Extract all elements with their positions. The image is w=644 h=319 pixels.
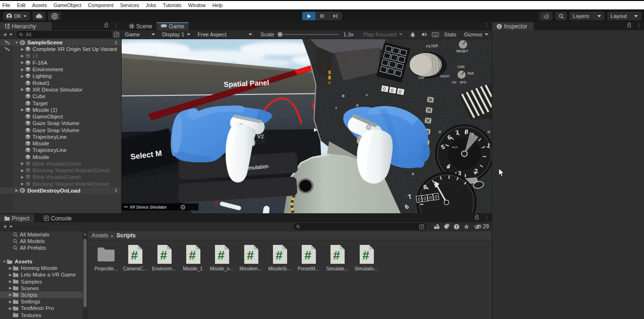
hierarchy-item[interactable]: ▶Blink Visuals(Clone) [0, 174, 121, 180]
project-search-picker-icon[interactable] [419, 224, 424, 229]
hierarchy-item[interactable]: ▶Blocking Teleport Reticle(Clone) [0, 167, 121, 174]
expand-arrow-icon[interactable]: ▶ [20, 87, 25, 92]
asset-item[interactable]: # Simulate... [323, 244, 351, 271]
hierarchy-item[interactable]: ▶Blocking Teleport Reticle(Clone) [0, 181, 121, 187]
warnings-icon[interactable] [454, 224, 460, 230]
project-tree-item[interactable]: ▶ Scripts [0, 292, 83, 298]
scene-pick-icon[interactable] [4, 46, 10, 53]
expand-arrow-icon[interactable]: ▶ [20, 74, 25, 78]
project-tree-item[interactable]: ▶ Lets Make a VR Game [0, 271, 83, 278]
menu-jobs[interactable]: Jobs [142, 1, 159, 9]
search-picker-icon[interactable] [114, 32, 119, 37]
hierarchy-item[interactable]: ▶DontDestroyOnLoad⋮ [0, 187, 121, 194]
project-tree-item[interactable]: All Models [0, 238, 83, 244]
debug-bug-icon[interactable] [410, 32, 416, 38]
project-tree-item[interactable]: ▶ TextMesh Pro [0, 305, 83, 311]
expand-arrow-icon[interactable]: ▶ [8, 279, 13, 284]
asset-item[interactable]: # PresetM... [295, 244, 322, 271]
hierarchy-add-button[interactable]: + [3, 31, 7, 38]
menu-assets[interactable]: Assets [29, 1, 50, 9]
hierarchy-item[interactable]: ▼SampleScene⋮ [0, 39, 121, 46]
menu-edit[interactable]: Edit [14, 1, 29, 9]
project-tree-item[interactable]: ▼ Assets [0, 258, 83, 265]
expand-arrow-icon[interactable]: ▶ [14, 188, 19, 193]
hierarchy-item[interactable]: Roket1 [0, 80, 121, 86]
project-tree-item[interactable]: ▶ Scenes [0, 285, 83, 292]
expand-arrow-icon[interactable]: ▶ [8, 266, 13, 270]
expand-arrow-icon[interactable]: ▶ [20, 60, 25, 65]
expand-arrow-icon[interactable]: ▶ [20, 175, 25, 179]
inspector-lock-icon[interactable] [627, 23, 632, 28]
display-dropdown[interactable]: Display 1 [159, 30, 194, 39]
hierarchy-item[interactable]: ▶Missile (1) [0, 107, 121, 113]
project-tree-item[interactable]: All Prefabs [0, 244, 83, 251]
project-tree-item[interactable]: All Materials [0, 231, 83, 238]
expand-arrow-icon[interactable]: ▼ [14, 41, 19, 45]
asset-item[interactable]: # MissileSi... [266, 244, 293, 271]
scale-slider[interactable] [277, 32, 340, 37]
item-menu-icon[interactable]: ⋮ [114, 188, 118, 193]
lock-icon[interactable] [104, 23, 109, 28]
step-button[interactable] [329, 12, 342, 20]
expand-arrow-icon[interactable]: ▶ [20, 182, 25, 186]
expand-arrow-icon[interactable]: ▶ [20, 47, 25, 51]
hierarchy-item[interactable]: Missile [0, 140, 121, 147]
hierarchy-item[interactable]: Gaze Snap Volume [0, 120, 121, 126]
vsync-keyboard-icon[interactable] [432, 32, 439, 37]
menu-tutorials[interactable]: Tutorials [159, 1, 185, 9]
tab-scene[interactable]: Scene [125, 22, 157, 30]
hierarchy-search-input[interactable]: All [17, 31, 112, 38]
project-tree-item[interactable]: ▶ Settings [0, 298, 83, 305]
menu-services[interactable]: Services [117, 1, 142, 9]
asset-item[interactable]: # Missilem... [237, 244, 264, 271]
layers-dropdown[interactable]: Layers [570, 12, 604, 20]
expand-arrow-icon[interactable]: ▶ [8, 306, 13, 311]
project-tree-scrollbar[interactable]: ▲ [83, 231, 87, 319]
asset-item[interactable]: # CameraC... [121, 244, 149, 271]
menu-help[interactable]: Help [209, 1, 226, 9]
hierarchy-item[interactable]: GameObject [0, 113, 121, 120]
expand-arrow-icon[interactable]: ▶ [8, 293, 13, 297]
hierarchy-item[interactable]: ▶F-16A [0, 59, 121, 66]
expand-arrow-icon[interactable]: ▼ [2, 260, 7, 264]
services-button[interactable] [48, 12, 61, 20]
hierarchy-item[interactable]: ▶Environment [0, 66, 121, 73]
asset-item[interactable]: # Missile_n... [208, 244, 235, 271]
breadcrumb-current[interactable]: Scripts [116, 232, 136, 239]
project-search-input[interactable] [294, 223, 427, 230]
xr-simulator-bar[interactable]: XR Device Simulator [122, 203, 198, 210]
undo-history-button[interactable] [539, 12, 553, 20]
game-viewport[interactable]: Spatial Panel [122, 39, 492, 213]
asset-item[interactable]: # Environm... [150, 244, 178, 271]
hierarchy-item[interactable]: ▶UI [0, 53, 121, 59]
project-lock-icon[interactable] [475, 215, 479, 220]
project-add-caret-icon[interactable] [9, 226, 12, 227]
hierarchy-item[interactable]: ▶Complete XR Origin Set Up Variant [0, 46, 121, 52]
cloud-button[interactable] [33, 12, 45, 20]
play-focused-dropdown[interactable]: Play Focused [360, 30, 406, 39]
mute-audio-icon[interactable] [421, 32, 427, 37]
hidden-count-eye-icon[interactable]: 29 [474, 223, 489, 230]
project-add-button[interactable]: + [3, 223, 7, 230]
expand-arrow-icon[interactable]: ▶ [20, 168, 25, 173]
menu-component[interactable]: Component [84, 1, 116, 9]
breadcrumb-assets[interactable]: Assets [91, 232, 108, 239]
inspector-menu-icon[interactable]: ⋮ [636, 23, 642, 28]
item-menu-icon[interactable]: ⋮ [114, 40, 118, 45]
project-tree-item[interactable]: ▶ Samples [0, 278, 83, 285]
hierarchy-menu-icon[interactable]: ⋮ [114, 23, 119, 28]
hierarchy-item[interactable]: ▶Lighting [0, 73, 121, 79]
hierarchy-item[interactable]: ▶Blink Visuals(Clone) [0, 160, 121, 167]
expand-arrow-icon[interactable]: ▶ [8, 286, 13, 290]
gizmos-dropdown[interactable]: Gizmos [460, 30, 492, 39]
expand-arrow-icon[interactable]: ▶ [20, 54, 25, 58]
game-display-target-dropdown[interactable]: Game [122, 30, 159, 39]
play-button[interactable] [302, 12, 315, 20]
expand-arrow-icon[interactable]: ▶ [8, 300, 13, 304]
project-tree-item[interactable]: Textures [0, 311, 83, 318]
hierarchy-item[interactable]: Cube [0, 93, 121, 100]
stats-toggle[interactable]: Stats [444, 32, 456, 37]
expand-arrow-icon[interactable]: ▶ [8, 273, 13, 277]
hierarchy-item[interactable]: TrajectoryLine [0, 134, 121, 140]
scene-pick-icon[interactable] [4, 40, 10, 46]
